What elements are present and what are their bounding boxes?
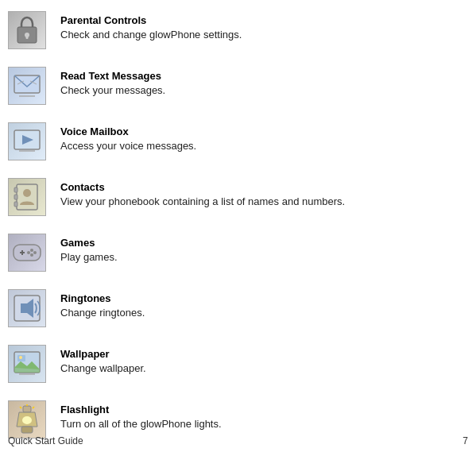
svg-rect-12 [14,195,17,199]
item-title-voice-mailbox: Voice Mailbox [60,126,460,137]
item-text-wallpaper: Wallpaper Change wallpaper. [60,345,460,376]
item-title-contacts: Contacts [60,181,460,193]
item-title-read-text-messages: Read Text Messages [60,70,460,82]
main-content: Parental Controls Check and change glowP… [0,0,476,456]
svg-rect-29 [23,406,31,412]
svg-point-26 [19,356,22,359]
svg-point-20 [27,251,30,254]
item-desc-wallpaper: Change wallpaper. [60,361,460,376]
menu-item-ringtones[interactable]: Ringtones Change ringtones. [8,284,460,332]
item-desc-read-text-messages: Check your messages. [60,83,460,98]
item-title-games: Games [60,237,460,249]
item-desc-parental-controls: Check and change glowPhone settings. [60,28,460,42]
item-text-flashlight: Flashlight Turn on all of the glowPhone … [60,400,460,431]
menu-item-parental-controls[interactable]: Parental Controls Check and change glowP… [8,6,460,54]
item-text-parental-controls: Parental Controls Check and change glowP… [60,11,460,42]
footer: Quick Start Guide 7 [8,435,468,446]
svg-rect-11 [14,187,17,192]
item-text-games: Games Play games. [60,234,460,265]
svg-line-34 [33,407,34,408]
flashlight-icon [8,400,46,439]
item-desc-ringtones: Change ringtones. [60,306,460,320]
menu-item-wallpaper[interactable]: Wallpaper Change wallpaper. [8,340,460,388]
item-title-wallpaper: Wallpaper [60,348,460,360]
item-desc-contacts: View your phonebook containing a list of… [60,195,460,209]
ringtones-icon [8,289,46,327]
svg-point-19 [33,251,37,254]
svg-line-35 [20,407,21,408]
svg-point-18 [30,249,33,252]
svg-rect-2 [26,35,29,39]
footer-left: Quick Start Guide [8,435,83,446]
item-desc-flashlight: Turn on all of the glowPhone lights. [60,417,460,431]
item-text-ringtones: Ringtones Change ringtones. [60,289,460,320]
item-title-ringtones: Ringtones [60,292,460,304]
svg-point-21 [30,253,33,257]
voice-mailbox-icon [8,122,46,160]
footer-right: 7 [462,435,468,446]
item-desc-games: Play games. [60,250,460,265]
menu-item-voice-mailbox[interactable]: Voice Mailbox Access your voice messages… [8,118,460,165]
contacts-icon [8,178,46,216]
svg-point-31 [22,416,32,424]
svg-rect-13 [14,202,17,207]
svg-point-14 [23,189,31,197]
item-text-contacts: Contacts View your phonebook containing … [60,178,460,209]
parental-controls-icon [8,11,46,49]
item-text-voice-mailbox: Voice Mailbox Access your voice messages… [60,122,460,153]
wallpaper-icon [8,345,46,383]
item-title-parental-controls: Parental Controls [60,14,460,26]
menu-item-games[interactable]: Games Play games. [8,229,460,276]
read-text-icon [8,67,46,105]
item-text-read-text-messages: Read Text Messages Check your messages. [60,67,460,98]
menu-item-contacts[interactable]: Contacts View your phonebook containing … [8,173,460,221]
item-desc-voice-mailbox: Access your voice messages. [60,139,460,153]
menu-item-read-text-messages[interactable]: Read Text Messages Check your messages. [8,62,460,110]
games-icon [8,234,46,272]
svg-rect-32 [21,427,33,433]
item-title-flashlight: Flashlight [60,404,460,415]
